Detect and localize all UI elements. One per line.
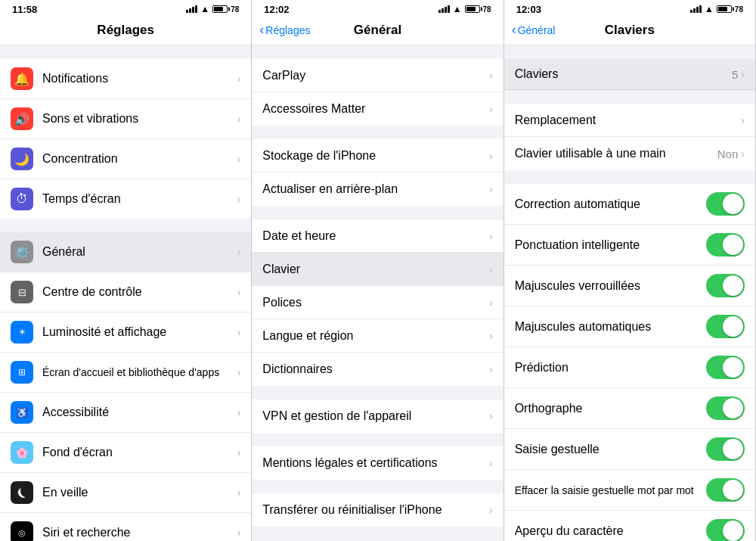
settings-item-sons[interactable]: 🔊 Sons et vibrations › bbox=[0, 99, 251, 139]
settings-item-vpn[interactable]: VPN et gestion de l'appareil › bbox=[252, 400, 503, 433]
chevron-icon: › bbox=[741, 68, 745, 80]
settings-item-clavier[interactable]: Clavier › bbox=[252, 253, 503, 286]
settings-item-polices[interactable]: Polices › bbox=[252, 286, 503, 319]
settings-item-actualiser[interactable]: Actualiser en arrière-plan › bbox=[252, 173, 503, 206]
actualiser-label: Actualiser en arrière-plan bbox=[262, 182, 489, 196]
effacer-label: Effacer la saisie gestuelle mot par mot bbox=[515, 484, 706, 496]
prediction-toggle[interactable] bbox=[706, 356, 745, 379]
status-icons-1: ▲ 78 bbox=[186, 4, 239, 14]
settings-item-orthographe[interactable]: Orthographe bbox=[504, 388, 755, 429]
section-gap bbox=[252, 206, 503, 219]
status-time-3: 12:03 bbox=[516, 4, 541, 15]
settings-item-siri[interactable]: ◎ Siri et recherche › bbox=[0, 513, 251, 541]
centre-icon: ⊟ bbox=[11, 281, 33, 303]
chevron-icon: › bbox=[237, 446, 241, 459]
status-time-2: 12:02 bbox=[264, 4, 289, 15]
settings-item-carplay[interactable]: CarPlay › bbox=[252, 59, 503, 92]
keyboards-count: 5 bbox=[732, 68, 738, 81]
battery-icon-1 bbox=[212, 5, 228, 13]
settings-item-fond[interactable]: 🌸 Fond d'écran › bbox=[0, 433, 251, 473]
effacer-toggle[interactable] bbox=[706, 478, 745, 502]
chevron-icon: › bbox=[489, 150, 493, 162]
settings-item-luminosite[interactable]: ☀ Luminosité et affichage › bbox=[0, 312, 251, 353]
concentration-label: Concentration bbox=[42, 152, 237, 166]
settings-item-mentions[interactable]: Mentions légales et certifications › bbox=[252, 446, 503, 480]
settings-item-correction[interactable]: Correction automatique bbox=[504, 184, 755, 225]
bar3 bbox=[192, 7, 194, 13]
notifications-label: Notifications bbox=[42, 72, 237, 86]
bar4 bbox=[699, 5, 702, 13]
settings-item-temps[interactable]: ⏱ Temps d'écran › bbox=[0, 179, 251, 219]
maj-verr-label: Majuscules verrouillées bbox=[515, 279, 706, 293]
section-gap bbox=[504, 90, 755, 104]
nav-title-2: Général bbox=[354, 23, 401, 38]
settings-item-saisie-gestuelle[interactable]: Saisie gestuelle bbox=[504, 429, 755, 470]
maj-verr-toggle[interactable] bbox=[706, 274, 745, 297]
settings-item-prediction[interactable]: Prédiction bbox=[504, 347, 755, 388]
settings-item-transferer[interactable]: Transférer ou réinitialiser l'iPhone › bbox=[252, 493, 503, 527]
settings-item-veille[interactable]: ⏾ En veille › bbox=[0, 473, 251, 513]
settings-item-ponctuation[interactable]: Ponctuation intelligente bbox=[504, 225, 755, 266]
saisie-gestuelle-toggle[interactable] bbox=[706, 437, 745, 461]
keyboards-label: Claviers bbox=[515, 67, 732, 81]
langue-label: Langue et région bbox=[262, 329, 489, 343]
chevron-icon: › bbox=[237, 73, 241, 85]
nav-back-3[interactable]: ‹ Général bbox=[512, 23, 556, 36]
status-bar-3: 12:03 ▲ 78 bbox=[504, 0, 755, 17]
nav-title-3: Claviers bbox=[605, 23, 655, 38]
chevron-icon: › bbox=[741, 114, 745, 126]
settings-item-centre[interactable]: ⊟ Centre de contrôle › bbox=[0, 272, 251, 312]
settings-item-accessoires[interactable]: Accessoires Matter › bbox=[252, 92, 503, 126]
correction-toggle[interactable] bbox=[706, 192, 745, 216]
nav-back-2[interactable]: ‹ Réglages bbox=[259, 23, 310, 36]
chevron-icon: › bbox=[489, 410, 493, 422]
accessoires-label: Accessoires Matter bbox=[262, 102, 489, 116]
settings-item-notifications[interactable]: 🔔 Notifications › bbox=[0, 59, 251, 99]
vpn-label: VPN et gestion de l'appareil bbox=[262, 409, 489, 423]
settings-section-toggles: Correction automatique Ponctuation intel… bbox=[504, 184, 755, 541]
temps-icon: ⏱ bbox=[11, 188, 33, 210]
chevron-icon: › bbox=[237, 246, 241, 258]
fond-icon: 🌸 bbox=[11, 441, 33, 464]
settings-item-date[interactable]: Date et heure › bbox=[252, 219, 503, 253]
carplay-label: CarPlay bbox=[262, 69, 489, 82]
settings-item-remplacement[interactable]: Remplacement › bbox=[504, 104, 755, 137]
settings-item-langue[interactable]: Langue et région › bbox=[252, 319, 503, 353]
nav-bar-3: ‹ Général Claviers bbox=[504, 17, 755, 45]
settings-item-une-main[interactable]: Clavier utilisable à une main Non › bbox=[504, 137, 755, 170]
nav-title-1: Réglages bbox=[97, 23, 154, 38]
wifi-icon-1: ▲ bbox=[200, 4, 209, 14]
settings-item-majuscules-auto[interactable]: Majuscules automatiques bbox=[504, 306, 755, 347]
section-gap bbox=[252, 433, 503, 446]
settings-section-mentions: Mentions légales et certifications › bbox=[252, 446, 503, 480]
settings-item-accessibilite[interactable]: ♿ Accessibilité › bbox=[0, 393, 251, 433]
apercu-label: Aperçu du caractère bbox=[515, 524, 706, 538]
chevron-icon: › bbox=[489, 183, 493, 195]
settings-item-apercu[interactable]: Aperçu du caractère bbox=[504, 511, 755, 541]
content-general[interactable]: CarPlay › Accessoires Matter › Stockage … bbox=[252, 45, 503, 541]
settings-item-ecran[interactable]: ⊞ Écran d'accueil et bibliothèque d'apps… bbox=[0, 353, 251, 393]
section-gap bbox=[0, 219, 251, 232]
bar3 bbox=[696, 7, 699, 13]
ponctuation-toggle[interactable] bbox=[706, 233, 745, 257]
maj-auto-toggle[interactable] bbox=[706, 315, 745, 338]
settings-item-general[interactable]: ⚙️ Général › bbox=[0, 232, 251, 272]
content-claviers[interactable]: Claviers 5 › Remplacement › Clavier util… bbox=[504, 45, 755, 541]
correction-label: Correction automatique bbox=[515, 197, 706, 211]
veille-icon: ⏾ bbox=[11, 481, 33, 504]
date-label: Date et heure bbox=[262, 229, 489, 243]
orthographe-toggle[interactable] bbox=[706, 396, 745, 420]
mentions-label: Mentions légales et certifications bbox=[262, 456, 489, 470]
apercu-toggle[interactable] bbox=[706, 519, 745, 541]
settings-item-stockage[interactable]: Stockage de l'iPhone › bbox=[252, 139, 503, 173]
back-chevron-icon: ‹ bbox=[259, 23, 264, 36]
settings-item-dictionnaires[interactable]: Dictionnaires › bbox=[252, 353, 503, 386]
content-reglages[interactable]: 🔔 Notifications › 🔊 Sons et vibrations ›… bbox=[0, 45, 251, 541]
chevron-icon: › bbox=[237, 527, 241, 539]
settings-item-concentration[interactable]: 🌙 Concentration › bbox=[0, 139, 251, 179]
keyboards-row[interactable]: Claviers 5 › bbox=[504, 59, 755, 90]
siri-icon: ◎ bbox=[11, 521, 33, 541]
settings-item-effacer[interactable]: Effacer la saisie gestuelle mot par mot bbox=[504, 470, 755, 511]
settings-item-majuscules-verrouillees[interactable]: Majuscules verrouillées bbox=[504, 266, 755, 306]
sons-icon: 🔊 bbox=[11, 107, 33, 130]
